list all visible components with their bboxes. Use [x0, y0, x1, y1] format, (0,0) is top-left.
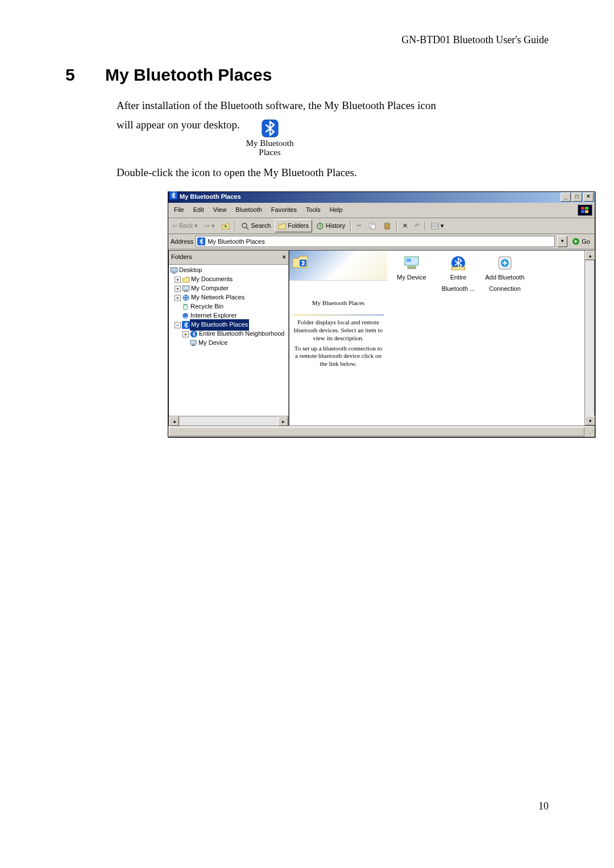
item-entire-bluetooth[interactable]: Entire Bluetooth ...: [437, 254, 479, 295]
bluetooth-icon: [182, 321, 190, 329]
delete-icon: ✕: [403, 220, 408, 232]
address-field[interactable]: My Bluetooth Places: [196, 236, 555, 247]
tree-node-networkplaces[interactable]: + My Network Places: [170, 293, 288, 302]
paste-icon: [383, 222, 391, 230]
back-button[interactable]: ⇦ Back ▾: [169, 219, 201, 233]
desktop-icon-label-line-2: Places: [246, 148, 294, 157]
svg-point-6: [242, 223, 247, 228]
up-button[interactable]: [219, 221, 233, 231]
menu-edit[interactable]: Edit: [189, 204, 209, 216]
computer-icon: [182, 285, 190, 293]
folders-pane-close-button[interactable]: ×: [283, 252, 286, 263]
desktop-bluetooth-icon: My Bluetooth Places: [246, 119, 294, 157]
maximize-button[interactable]: □: [572, 193, 582, 202]
item-my-device[interactable]: My Device: [391, 254, 433, 283]
item-add-bluetooth-connection[interactable]: Add Bluetooth Connection: [484, 254, 526, 295]
search-icon: [241, 222, 249, 230]
svg-rect-27: [190, 340, 196, 344]
desktop-icon: [170, 266, 178, 274]
folder-tree[interactable]: Desktop + My Documents + My Computer: [169, 265, 288, 416]
close-button[interactable]: ×: [583, 193, 594, 202]
bluetooth-network-icon: [437, 254, 479, 272]
delete-button[interactable]: ✕: [400, 219, 410, 233]
svg-rect-18: [171, 268, 177, 272]
scroll-down-button[interactable]: ▾: [585, 416, 595, 425]
scroll-left-button[interactable]: ◂: [169, 416, 179, 426]
chapter-title-text: My Bluetooth Places: [105, 65, 272, 84]
arrow-left-icon: ⇦: [172, 220, 177, 232]
paragraph-2: Double-click the icon to open the My Blu…: [117, 163, 549, 182]
menu-file[interactable]: File: [169, 204, 189, 216]
search-button[interactable]: Search: [238, 219, 273, 233]
cut-button[interactable]: ✂: [354, 219, 364, 233]
horizontal-scrollbar[interactable]: ◂ ▸: [169, 416, 288, 425]
tree-node-entire-bt-neighborhood[interactable]: + Entire Bluetooth Neighborhood: [170, 329, 288, 339]
items-view[interactable]: My Device Entire Bluetooth ...: [387, 251, 584, 425]
tree-node-mydevice[interactable]: My Device: [170, 339, 288, 348]
svg-rect-31: [408, 266, 416, 269]
chevron-down-icon: ▾: [211, 220, 215, 232]
svg-rect-12: [386, 223, 388, 224]
history-icon: [316, 222, 324, 230]
explorer-window: My Bluetooth Places _ □ × File Edit View…: [168, 191, 595, 438]
window-titlebar[interactable]: My Bluetooth Places _ □ ×: [168, 192, 595, 203]
menu-tools[interactable]: Tools: [301, 204, 325, 216]
folder-up-icon: [222, 222, 230, 230]
menu-help[interactable]: Help: [325, 204, 347, 216]
views-button[interactable]: ▾: [428, 219, 447, 233]
vertical-scrollbar[interactable]: ▴ ▾: [584, 251, 594, 425]
scroll-right-button[interactable]: ▸: [278, 416, 288, 426]
svg-rect-3: [585, 207, 588, 210]
address-label: Address: [171, 236, 193, 248]
folder-icon: [182, 276, 190, 283]
chevron-down-icon: ▾: [194, 220, 198, 232]
bluetooth-icon: [169, 191, 177, 203]
svg-rect-32: [406, 258, 411, 262]
menu-view[interactable]: View: [209, 204, 231, 216]
chevron-down-icon: ▾: [441, 220, 444, 232]
svg-rect-34: [451, 267, 465, 270]
folder-info-panel: My Bluetooth Places Folder displays loca…: [289, 251, 387, 425]
views-icon: [431, 222, 439, 230]
address-dropdown-button[interactable]: ▼: [557, 236, 567, 247]
undo-button[interactable]: ↶: [412, 219, 422, 233]
window-title: My Bluetooth Places: [180, 191, 559, 203]
forward-button[interactable]: ⇨▾: [202, 219, 218, 233]
scroll-up-button[interactable]: ▴: [585, 251, 595, 260]
content-pane: My Bluetooth Places Folder displays loca…: [289, 250, 595, 426]
menu-favorites[interactable]: Favorites: [267, 204, 301, 216]
chapter-number: 5: [65, 65, 105, 85]
resize-grip-icon[interactable]: ⋰: [585, 427, 595, 437]
paste-button[interactable]: [380, 221, 394, 231]
copy-button[interactable]: [366, 221, 379, 231]
paragraph-1-line-2: will appear on your desktop.: [117, 119, 240, 131]
info-title: My Bluetooth Places: [293, 298, 384, 309]
desktop-icon-label-line-1: My Bluetooth: [246, 139, 294, 148]
folders-pane: Folders × Desktop + My Documents: [168, 250, 289, 426]
svg-rect-20: [182, 286, 189, 290]
svg-rect-4: [581, 210, 584, 213]
bluetooth-network-icon: [190, 330, 198, 338]
arrow-right-icon: ⇨: [205, 220, 210, 232]
paragraph-1-line-1: After installation of the Bluetooth soft…: [117, 96, 549, 115]
folders-button[interactable]: Folders: [275, 219, 312, 233]
bluetooth-icon: [197, 237, 205, 245]
device-icon: [391, 254, 433, 272]
recycle-bin-icon: [181, 303, 189, 311]
copy-icon: [368, 222, 376, 230]
info-paragraph-2: To set up a bluetooth connection to a re…: [293, 345, 384, 368]
history-button[interactable]: History: [313, 219, 348, 233]
svg-rect-2: [581, 207, 584, 210]
minimize-button[interactable]: _: [561, 193, 571, 202]
go-button[interactable]: Go: [570, 236, 592, 248]
menu-bluetooth[interactable]: Bluetooth: [231, 204, 266, 216]
cut-icon: ✂: [356, 220, 362, 232]
device-icon: [189, 339, 197, 347]
running-header: GN-BTD01 Bluetooth User's Guide: [65, 34, 549, 46]
svg-line-7: [246, 227, 248, 229]
info-paragraph-1: Folder displays local and remote bluetoo…: [293, 319, 384, 342]
svg-rect-10: [371, 224, 375, 229]
network-icon: [182, 294, 190, 302]
bluetooth-icon: [246, 119, 294, 138]
bluetooth-folder-icon: [292, 253, 309, 270]
